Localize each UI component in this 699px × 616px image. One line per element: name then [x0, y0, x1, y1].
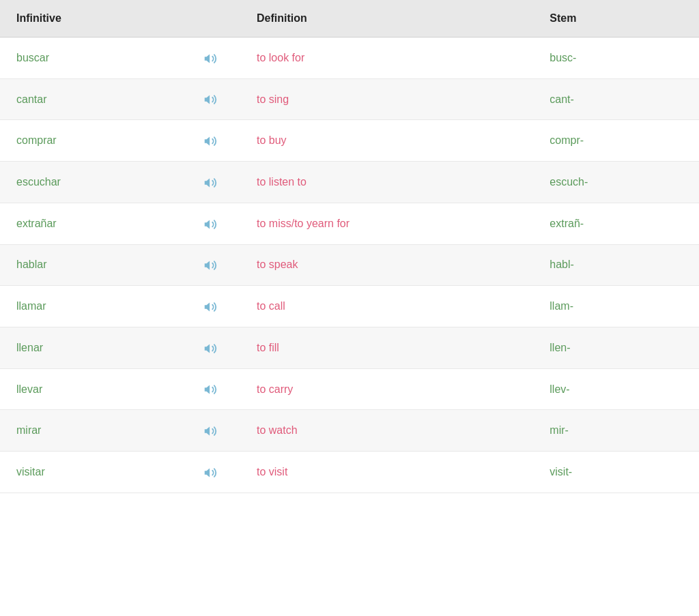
vocabulary-table-container: Infinitive Definition Stem buscarto look…: [0, 0, 699, 616]
table-row: llamarto callllam-: [0, 286, 699, 327]
vocabulary-table: Infinitive Definition Stem buscarto look…: [0, 0, 699, 493]
table-row: hablarto speakhabl-: [0, 244, 699, 286]
cell-definition: to buy: [240, 120, 533, 162]
cell-audio[interactable]: [180, 410, 240, 452]
cell-stem: extrañ-: [533, 203, 699, 244]
cell-audio[interactable]: [180, 327, 240, 369]
cell-infinitive: escuchar: [0, 162, 180, 203]
audio-icon[interactable]: [203, 464, 218, 479]
audio-icon[interactable]: [203, 257, 218, 272]
table-row: llevarto carryllev-: [0, 368, 699, 410]
cell-definition: to fill: [240, 327, 533, 369]
cell-definition: to carry: [240, 368, 533, 410]
cell-stem: llen-: [533, 327, 699, 369]
audio-icon[interactable]: [203, 50, 218, 65]
table-row: comprarto buycompr-: [0, 120, 699, 162]
header-definition: Definition: [240, 0, 533, 38]
cell-stem: llev-: [533, 368, 699, 410]
cell-stem: escuch-: [533, 162, 699, 203]
cell-definition: to look for: [240, 38, 533, 79]
cell-audio[interactable]: [180, 452, 240, 493]
cell-audio[interactable]: [180, 244, 240, 286]
cell-infinitive: cantar: [0, 78, 180, 120]
cell-infinitive: buscar: [0, 38, 180, 79]
audio-icon[interactable]: [203, 298, 218, 313]
audio-icon[interactable]: [203, 340, 218, 355]
cell-definition: to sing: [240, 78, 533, 120]
cell-audio[interactable]: [180, 203, 240, 244]
cell-infinitive: mirar: [0, 410, 180, 452]
audio-icon[interactable]: [203, 216, 218, 231]
table-row: visitarto visitvisit-: [0, 452, 699, 493]
table-row: cantarto singcant-: [0, 78, 699, 120]
table-header: Infinitive Definition Stem: [0, 0, 699, 38]
table-row: buscarto look forbusc-: [0, 38, 699, 79]
cell-stem: mir-: [533, 410, 699, 452]
cell-infinitive: llevar: [0, 368, 180, 410]
cell-infinitive: hablar: [0, 244, 180, 286]
audio-icon[interactable]: [203, 91, 218, 106]
table-row: extrañarto miss/to yearn forextrañ-: [0, 203, 699, 244]
table-row: llenarto fillllen-: [0, 327, 699, 369]
cell-infinitive: extrañar: [0, 203, 180, 244]
cell-stem: compr-: [533, 120, 699, 162]
cell-stem: llam-: [533, 286, 699, 327]
cell-audio[interactable]: [180, 120, 240, 162]
audio-icon[interactable]: [203, 174, 218, 189]
cell-infinitive: visitar: [0, 452, 180, 493]
audio-icon[interactable]: [203, 132, 218, 147]
cell-definition: to visit: [240, 452, 533, 493]
cell-definition: to miss/to yearn for: [240, 203, 533, 244]
cell-definition: to listen to: [240, 162, 533, 203]
cell-infinitive: llenar: [0, 327, 180, 369]
table-row: escucharto listen toescuch-: [0, 162, 699, 203]
cell-audio[interactable]: [180, 368, 240, 410]
header-infinitive: Infinitive: [0, 0, 240, 38]
cell-infinitive: llamar: [0, 286, 180, 327]
cell-stem: visit-: [533, 452, 699, 493]
header-stem: Stem: [533, 0, 699, 38]
table-row: mirarto watchmir-: [0, 410, 699, 452]
cell-definition: to watch: [240, 410, 533, 452]
cell-audio[interactable]: [180, 78, 240, 120]
cell-stem: cant-: [533, 78, 699, 120]
cell-audio[interactable]: [180, 286, 240, 327]
cell-audio[interactable]: [180, 162, 240, 203]
cell-definition: to speak: [240, 244, 533, 286]
cell-definition: to call: [240, 286, 533, 327]
audio-icon[interactable]: [203, 422, 218, 437]
audio-icon[interactable]: [203, 381, 218, 396]
cell-audio[interactable]: [180, 38, 240, 79]
cell-stem: busc-: [533, 38, 699, 79]
cell-infinitive: comprar: [0, 120, 180, 162]
cell-stem: habl-: [533, 244, 699, 286]
table-body: buscarto look forbusc-cantarto singcant-…: [0, 38, 699, 493]
